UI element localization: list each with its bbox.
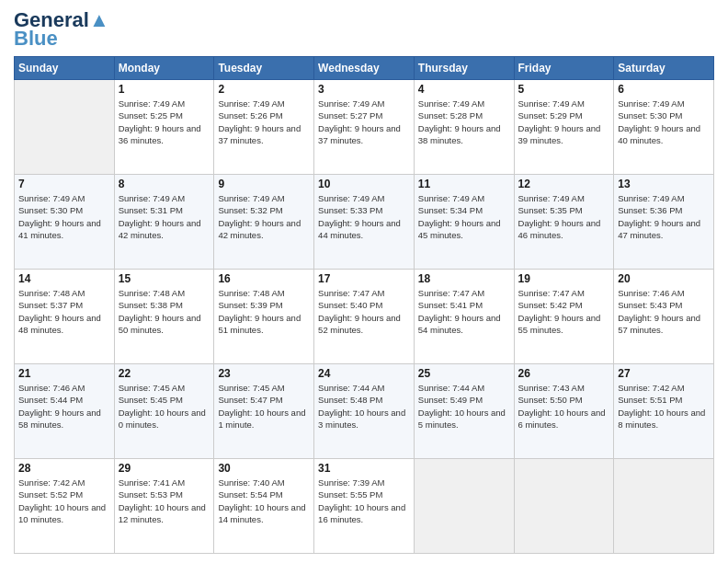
day-info: Sunrise: 7:42 AMSunset: 5:51 PMDaylight:… bbox=[618, 382, 710, 431]
day-info: Sunrise: 7:39 AMSunset: 5:55 PMDaylight:… bbox=[318, 477, 410, 525]
day-number: 30 bbox=[218, 462, 310, 475]
calendar-cell: 4Sunrise: 7:49 AMSunset: 5:28 PMDaylight… bbox=[414, 80, 514, 175]
logo: General▲ Blue bbox=[14, 9, 109, 49]
day-number: 25 bbox=[418, 367, 510, 380]
day-number: 28 bbox=[18, 462, 110, 475]
day-number: 6 bbox=[618, 83, 710, 96]
calendar-cell: 30Sunrise: 7:40 AMSunset: 5:54 PMDayligh… bbox=[214, 459, 314, 554]
calendar-cell: 25Sunrise: 7:44 AMSunset: 5:49 PMDayligh… bbox=[414, 364, 514, 459]
day-info: Sunrise: 7:46 AMSunset: 5:44 PMDaylight:… bbox=[18, 382, 110, 431]
day-header-monday: Monday bbox=[114, 57, 214, 80]
day-info: Sunrise: 7:46 AMSunset: 5:43 PMDaylight:… bbox=[618, 287, 710, 336]
day-info: Sunrise: 7:49 AMSunset: 5:27 PMDaylight:… bbox=[318, 98, 410, 146]
day-number: 15 bbox=[119, 272, 210, 285]
day-number: 27 bbox=[618, 367, 710, 380]
calendar-cell: 23Sunrise: 7:45 AMSunset: 5:47 PMDayligh… bbox=[214, 364, 314, 459]
calendar-cell: 28Sunrise: 7:42 AMSunset: 5:52 PMDayligh… bbox=[15, 459, 115, 554]
day-header-thursday: Thursday bbox=[414, 57, 514, 80]
day-info: Sunrise: 7:43 AMSunset: 5:50 PMDaylight:… bbox=[518, 382, 610, 431]
day-number: 10 bbox=[318, 178, 410, 190]
calendar-cell: 3Sunrise: 7:49 AMSunset: 5:27 PMDaylight… bbox=[314, 80, 415, 175]
calendar-cell bbox=[614, 459, 714, 554]
calendar-week-4: 28Sunrise: 7:42 AMSunset: 5:52 PMDayligh… bbox=[15, 459, 714, 554]
day-info: Sunrise: 7:42 AMSunset: 5:52 PMDaylight:… bbox=[18, 477, 110, 525]
day-info: Sunrise: 7:49 AMSunset: 5:30 PMDaylight:… bbox=[618, 98, 710, 146]
day-number: 11 bbox=[418, 178, 510, 190]
day-number: 5 bbox=[518, 83, 610, 96]
calendar-cell: 9Sunrise: 7:49 AMSunset: 5:32 PMDaylight… bbox=[214, 175, 314, 270]
calendar-table: SundayMondayTuesdayWednesdayThursdayFrid… bbox=[14, 56, 714, 554]
day-info: Sunrise: 7:44 AMSunset: 5:48 PMDaylight:… bbox=[318, 382, 410, 431]
day-header-friday: Friday bbox=[514, 57, 614, 80]
day-info: Sunrise: 7:47 AMSunset: 5:41 PMDaylight:… bbox=[418, 287, 510, 336]
page: General▲ Blue SundayMondayTuesdayWednesd… bbox=[0, 0, 728, 563]
day-info: Sunrise: 7:48 AMSunset: 5:37 PMDaylight:… bbox=[18, 287, 110, 336]
day-number: 12 bbox=[518, 178, 610, 190]
calendar-week-0: 1Sunrise: 7:49 AMSunset: 5:25 PMDaylight… bbox=[15, 80, 714, 175]
day-number: 23 bbox=[218, 367, 310, 380]
day-header-sunday: Sunday bbox=[15, 57, 115, 80]
day-number: 21 bbox=[18, 367, 110, 380]
day-header-saturday: Saturday bbox=[614, 57, 714, 80]
day-number: 29 bbox=[119, 462, 210, 475]
day-info: Sunrise: 7:48 AMSunset: 5:38 PMDaylight:… bbox=[119, 287, 210, 336]
calendar-cell bbox=[514, 459, 614, 554]
day-info: Sunrise: 7:49 AMSunset: 5:25 PMDaylight:… bbox=[119, 98, 210, 146]
day-info: Sunrise: 7:49 AMSunset: 5:33 PMDaylight:… bbox=[318, 192, 410, 241]
day-number: 19 bbox=[518, 272, 610, 285]
day-number: 18 bbox=[418, 272, 510, 285]
day-number: 26 bbox=[518, 367, 610, 380]
day-info: Sunrise: 7:47 AMSunset: 5:42 PMDaylight:… bbox=[518, 287, 610, 336]
calendar-cell: 27Sunrise: 7:42 AMSunset: 5:51 PMDayligh… bbox=[614, 364, 714, 459]
day-number: 3 bbox=[318, 83, 410, 96]
day-info: Sunrise: 7:49 AMSunset: 5:28 PMDaylight:… bbox=[418, 98, 510, 146]
calendar-cell: 7Sunrise: 7:49 AMSunset: 5:30 PMDaylight… bbox=[15, 175, 115, 270]
day-info: Sunrise: 7:47 AMSunset: 5:40 PMDaylight:… bbox=[318, 287, 410, 336]
day-number: 4 bbox=[418, 83, 510, 96]
calendar-cell: 10Sunrise: 7:49 AMSunset: 5:33 PMDayligh… bbox=[314, 175, 415, 270]
calendar-cell: 13Sunrise: 7:49 AMSunset: 5:36 PMDayligh… bbox=[614, 175, 714, 270]
day-info: Sunrise: 7:44 AMSunset: 5:49 PMDaylight:… bbox=[418, 382, 510, 431]
calendar-cell: 17Sunrise: 7:47 AMSunset: 5:40 PMDayligh… bbox=[314, 270, 415, 364]
calendar-cell: 29Sunrise: 7:41 AMSunset: 5:53 PMDayligh… bbox=[114, 459, 214, 554]
day-number: 20 bbox=[618, 272, 710, 285]
calendar-cell: 22Sunrise: 7:45 AMSunset: 5:45 PMDayligh… bbox=[114, 364, 214, 459]
calendar-cell: 20Sunrise: 7:46 AMSunset: 5:43 PMDayligh… bbox=[614, 270, 714, 364]
calendar-cell: 31Sunrise: 7:39 AMSunset: 5:55 PMDayligh… bbox=[314, 459, 415, 554]
calendar-cell: 6Sunrise: 7:49 AMSunset: 5:30 PMDaylight… bbox=[614, 80, 714, 175]
day-number: 1 bbox=[119, 83, 210, 96]
day-number: 16 bbox=[218, 272, 310, 285]
day-info: Sunrise: 7:49 AMSunset: 5:32 PMDaylight:… bbox=[218, 192, 310, 241]
day-info: Sunrise: 7:49 AMSunset: 5:34 PMDaylight:… bbox=[418, 192, 510, 241]
calendar-cell: 21Sunrise: 7:46 AMSunset: 5:44 PMDayligh… bbox=[15, 364, 115, 459]
day-info: Sunrise: 7:49 AMSunset: 5:35 PMDaylight:… bbox=[518, 192, 610, 241]
calendar-cell: 26Sunrise: 7:43 AMSunset: 5:50 PMDayligh… bbox=[514, 364, 614, 459]
day-number: 13 bbox=[618, 178, 710, 190]
day-number: 2 bbox=[218, 83, 310, 96]
day-number: 14 bbox=[18, 272, 110, 285]
day-number: 7 bbox=[18, 178, 110, 190]
day-info: Sunrise: 7:49 AMSunset: 5:31 PMDaylight:… bbox=[119, 192, 210, 241]
day-number: 22 bbox=[119, 367, 210, 380]
day-info: Sunrise: 7:45 AMSunset: 5:45 PMDaylight:… bbox=[119, 382, 210, 431]
day-info: Sunrise: 7:49 AMSunset: 5:26 PMDaylight:… bbox=[218, 98, 310, 146]
logo-blue: Blue bbox=[14, 29, 58, 49]
calendar-cell: 19Sunrise: 7:47 AMSunset: 5:42 PMDayligh… bbox=[514, 270, 614, 364]
calendar-week-1: 7Sunrise: 7:49 AMSunset: 5:30 PMDaylight… bbox=[15, 175, 714, 270]
day-info: Sunrise: 7:49 AMSunset: 5:30 PMDaylight:… bbox=[18, 192, 110, 241]
calendar-cell: 5Sunrise: 7:49 AMSunset: 5:29 PMDaylight… bbox=[514, 80, 614, 175]
calendar-week-2: 14Sunrise: 7:48 AMSunset: 5:37 PMDayligh… bbox=[15, 270, 714, 364]
day-info: Sunrise: 7:48 AMSunset: 5:39 PMDaylight:… bbox=[218, 287, 310, 336]
calendar-week-3: 21Sunrise: 7:46 AMSunset: 5:44 PMDayligh… bbox=[15, 364, 714, 459]
day-info: Sunrise: 7:41 AMSunset: 5:53 PMDaylight:… bbox=[119, 477, 210, 525]
calendar-cell: 12Sunrise: 7:49 AMSunset: 5:35 PMDayligh… bbox=[514, 175, 614, 270]
calendar-cell bbox=[15, 80, 115, 175]
day-info: Sunrise: 7:49 AMSunset: 5:29 PMDaylight:… bbox=[518, 98, 610, 146]
calendar-cell: 11Sunrise: 7:49 AMSunset: 5:34 PMDayligh… bbox=[414, 175, 514, 270]
calendar-cell bbox=[414, 459, 514, 554]
calendar-cell: 18Sunrise: 7:47 AMSunset: 5:41 PMDayligh… bbox=[414, 270, 514, 364]
day-number: 8 bbox=[119, 178, 210, 190]
calendar-cell: 16Sunrise: 7:48 AMSunset: 5:39 PMDayligh… bbox=[214, 270, 314, 364]
header: General▲ Blue bbox=[14, 9, 714, 49]
calendar-cell: 14Sunrise: 7:48 AMSunset: 5:37 PMDayligh… bbox=[15, 270, 115, 364]
